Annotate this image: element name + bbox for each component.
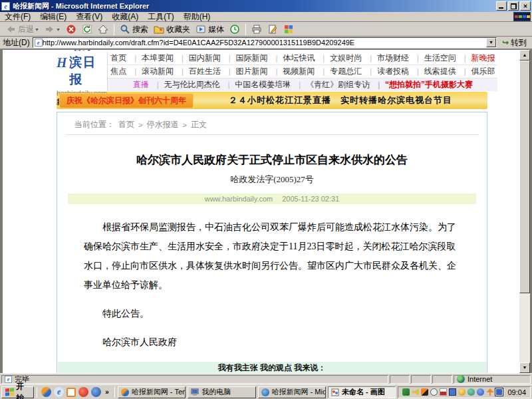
stop-icon xyxy=(66,24,76,35)
menu-edit[interactable]: 编辑(E) xyxy=(35,11,71,23)
favorites-button[interactable]: 收藏夹 xyxy=(151,23,193,36)
print-button[interactable] xyxy=(249,23,265,36)
quick-launch-app-icon[interactable] xyxy=(66,388,76,397)
vertical-scrollbar[interactable]: ▲ ▼ xyxy=(519,50,530,373)
status-pane-empty xyxy=(390,375,410,384)
tray-icon-volume[interactable] xyxy=(412,388,419,396)
taskbar-button-ie[interactable]: 哈报新闻网 - Micros... xyxy=(258,386,326,398)
nav-evening-paper[interactable]: 新晚报 xyxy=(459,53,498,64)
nav-finance[interactable]: 市场财经 xyxy=(364,53,412,64)
nav-row-3: 直播 无与伦比周杰伦 中国名模姜培琳 《青红》剧组专访 “想拍就拍”手机摄影大赛 xyxy=(108,78,497,91)
nav-domestic-news[interactable]: 国内新闻 xyxy=(176,53,223,64)
stop-button[interactable] xyxy=(63,23,79,36)
scroll-down-button[interactable]: ▼ xyxy=(519,362,530,373)
quick-launch-browser-icon[interactable] xyxy=(41,387,51,397)
nav-rolling-news[interactable]: 滚动新闻 xyxy=(129,66,176,77)
tray-icon-app5[interactable] xyxy=(477,388,484,396)
edit-button[interactable] xyxy=(265,23,281,36)
taskbar-clock[interactable]: 09:04 xyxy=(507,388,526,396)
site-logo[interactable]: H 哈尔滨日报 harbindaily.com 新闻网 xyxy=(57,52,107,91)
tray-icon-app6[interactable] xyxy=(495,388,503,396)
close-button[interactable]: × xyxy=(520,1,531,11)
scrollbar-thumb[interactable] xyxy=(519,61,530,293)
breadcrumb-divider xyxy=(65,134,479,135)
nav-focus[interactable]: 焦点 xyxy=(108,66,129,77)
nav-entertainment[interactable]: 文娱时尚 xyxy=(317,53,364,64)
nav-people-life[interactable]: 百姓生活 xyxy=(176,66,223,77)
nav-topics[interactable]: 专题总汇 xyxy=(317,66,364,77)
minimize-button[interactable] xyxy=(496,1,507,11)
menu-favorites[interactable]: 收藏(A) xyxy=(107,11,143,23)
tray-icon-app4[interactable] xyxy=(467,388,475,396)
menu-file[interactable]: 文件(F) xyxy=(0,11,35,23)
history-button[interactable] xyxy=(227,23,243,36)
nav-photo-news[interactable]: 图片新闻 xyxy=(223,66,271,77)
browser-window: e 哈报新闻网 - Microsoft Internet Explorer × … xyxy=(0,0,532,399)
nav-video-news[interactable]: 视频新闻 xyxy=(271,66,318,77)
scroll-up-button[interactable]: ▲ xyxy=(519,50,530,61)
menu-help[interactable]: 帮助(H) xyxy=(179,11,215,23)
quick-launch-red-icon[interactable] xyxy=(78,387,88,397)
start-label: 开始 xyxy=(16,381,30,399)
nav-live[interactable]: 直播 xyxy=(130,79,152,90)
menu-tools[interactable]: 工具(T) xyxy=(143,11,178,23)
breadcrumb-separator: > xyxy=(182,121,186,129)
breadcrumb-current: 正文 xyxy=(191,119,207,130)
nav-model[interactable]: 中国名模姜培琳 xyxy=(223,79,294,90)
nav-reader-submit[interactable]: 读者投稿 xyxy=(364,66,412,77)
tray-icon-umbrella[interactable] xyxy=(486,388,493,396)
site-nav: 首页 本埠要闻 国内新闻 国际新闻 体坛快讯 文娱时尚 市场财经 生活空间 新晚… xyxy=(107,52,497,91)
nav-photo-contest[interactable]: “想拍就拍”手机摄影大赛 xyxy=(372,79,475,90)
paragraph-signature: 哈尔滨市人民政府 xyxy=(84,332,460,352)
breadcrumb-section[interactable]: 停水报道 xyxy=(146,119,178,130)
messenger-button[interactable] xyxy=(281,23,297,36)
nav-tips[interactable]: 线索提供 xyxy=(412,66,459,77)
tray-icon-antivirus[interactable] xyxy=(402,388,410,396)
favorites-folder-icon xyxy=(154,24,164,35)
nav-sports[interactable]: 体坛快讯 xyxy=(271,53,318,64)
tray-icon-clock-app[interactable] xyxy=(430,388,438,396)
comment-bar[interactable]: 我有我主张 我的观点 我来说： xyxy=(58,362,486,373)
back-button[interactable]: 后退 ▼ xyxy=(3,23,42,36)
breadcrumb-label: 当前位置： xyxy=(74,119,114,130)
nav-home[interactable]: 首页 xyxy=(108,53,129,64)
address-dropdown-button[interactable]: ▼ xyxy=(486,38,496,47)
taskbar-button-paint[interactable]: 未命名 - 画图 xyxy=(328,386,396,398)
nav-life[interactable]: 生活空间 xyxy=(412,53,459,64)
article-body: 根据省环保局监测报告，中石油吉化公司双苯厂爆炸后可能造成松花江水体污染。为了确保… xyxy=(84,217,460,373)
go-button[interactable]: ↪ 转到 xyxy=(499,37,529,49)
quick-launch-ie-icon[interactable]: e xyxy=(54,387,64,397)
home-button[interactable] xyxy=(95,23,111,36)
tray-icon-network[interactable] xyxy=(449,388,456,396)
nav-local-news[interactable]: 本埠要闻 xyxy=(129,53,176,64)
tray-icon-app2[interactable] xyxy=(440,388,447,396)
taskbar-button-tencent[interactable]: 哈报新闻网 - Tence... xyxy=(118,386,186,398)
address-input[interactable] xyxy=(43,39,486,47)
media-button[interactable]: 媒体 xyxy=(193,23,227,36)
search-button[interactable]: 搜索 xyxy=(117,23,151,36)
breadcrumb: 当前位置： 首页 > 停水报道 > 正文 xyxy=(57,112,487,134)
nav-world-news[interactable]: 国际新闻 xyxy=(223,53,271,64)
back-dropdown-icon[interactable]: ▼ xyxy=(35,27,39,32)
nav-qinghong[interactable]: 《青红》剧组专访 xyxy=(293,79,372,90)
page-viewport: H 哈尔滨日报 harbindaily.com 新闻网 首页 本埠要闻 国内新闻… xyxy=(0,50,532,373)
start-button[interactable]: 开始 xyxy=(1,386,34,398)
tray-icon-app1[interactable] xyxy=(421,388,428,396)
article-doc-number: 哈政发法字(2005)27号 xyxy=(57,174,487,186)
forward-dropdown-icon[interactable]: ▼ xyxy=(56,27,61,32)
restore-button[interactable] xyxy=(508,1,519,11)
nav-club[interactable]: 俱乐部 xyxy=(459,66,498,77)
refresh-button[interactable] xyxy=(79,23,95,36)
nav-jay-chou[interactable]: 无与伦比周杰伦 xyxy=(152,79,223,90)
quick-launch-overflow-chevron[interactable]: » xyxy=(104,388,110,396)
forward-button[interactable]: ▼ xyxy=(42,23,63,36)
web-page: H 哈尔滨日报 harbindaily.com 新闻网 首页 本埠要闻 国内新闻… xyxy=(57,52,487,373)
anniversary-badge[interactable]: 庆祝《哈尔滨日报》创刊六十周年 xyxy=(59,93,194,108)
menu-view[interactable]: 查看(V) xyxy=(71,11,107,23)
search-icon xyxy=(120,24,130,35)
breadcrumb-home[interactable]: 首页 xyxy=(118,119,134,130)
promo-banner[interactable]: 庆祝《哈尔滨日报》创刊六十周年 ２４小时松花江江景直播 实时转播哈尔滨电视台节目 xyxy=(57,92,487,109)
taskbar-button-my-computer[interactable]: 我的电脑 xyxy=(188,386,255,398)
tray-icon-app3[interactable] xyxy=(458,388,466,396)
quick-launch-blue-icon[interactable] xyxy=(91,387,101,397)
